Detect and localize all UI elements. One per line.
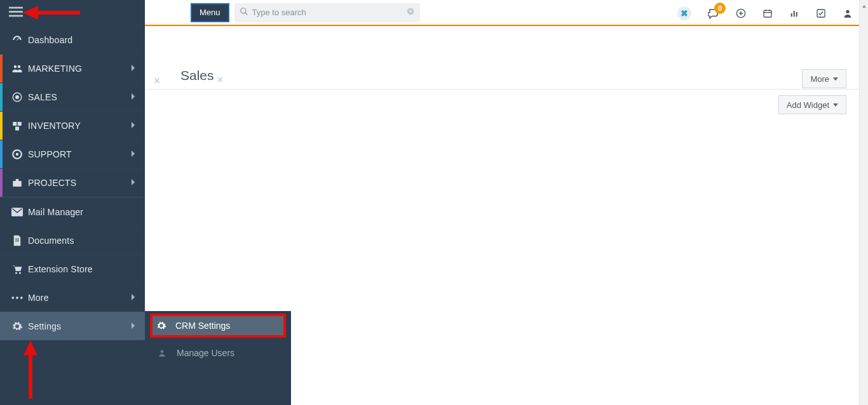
svg-point-21: [20, 296, 23, 299]
menu-button[interactable]: Menu: [191, 3, 229, 22]
svg-point-22: [161, 350, 164, 353]
logo-icon: ✖: [677, 6, 691, 20]
svg-point-17: [15, 272, 17, 274]
page-title: Sales: [180, 68, 214, 83]
svg-rect-27: [764, 10, 771, 17]
search-icon: [240, 7, 248, 18]
svg-rect-2: [9, 15, 23, 17]
submenu-item-crm-settings[interactable]: CRM Settings: [150, 314, 286, 338]
svg-rect-15: [15, 239, 19, 239]
search-input-wrap[interactable]: [234, 3, 420, 22]
quick-create-button[interactable]: [736, 8, 746, 18]
sidebar-label-inventory: INVENTORY: [25, 121, 81, 131]
more-button[interactable]: More: [802, 69, 846, 88]
submenu-item-manage-users[interactable]: Manage Users: [145, 339, 291, 367]
dropdown-icon[interactable]: [406, 7, 415, 18]
svg-rect-33: [796, 12, 797, 17]
stripe: [0, 112, 3, 140]
svg-rect-1: [9, 11, 23, 13]
sidebar-item-support[interactable]: SUPPORT: [0, 140, 145, 168]
boxes-icon: [9, 120, 25, 131]
app-logo[interactable]: ✖: [677, 6, 691, 20]
chevron-right-icon: [131, 149, 136, 159]
svg-point-23: [240, 8, 245, 13]
stripe: [0, 55, 3, 83]
gear-icon: [156, 321, 170, 331]
cart-icon: [9, 263, 25, 275]
dashboard-icon: [9, 34, 25, 46]
sidebar-label-settings: Settings: [25, 321, 61, 331]
users-icon: [9, 63, 25, 74]
svg-rect-0: [9, 6, 23, 8]
svg-rect-8: [18, 122, 22, 126]
sidebar-label-documents: Documents: [25, 236, 74, 246]
sidebar-item-projects[interactable]: PROJECTS: [0, 168, 145, 197]
settings-submenu: CRM Settings Manage Users: [145, 311, 291, 405]
add-widget-label: Add Widget: [787, 100, 829, 110]
tab-close[interactable]: ×: [217, 74, 223, 86]
add-widget-button[interactable]: Add Widget: [778, 95, 846, 114]
svg-rect-12: [13, 181, 22, 187]
chevron-right-icon: [131, 63, 136, 74]
sidebar-label-dashboard: Dashboard: [25, 35, 72, 45]
gear-icon: [9, 321, 25, 332]
svg-rect-16: [15, 241, 19, 241]
sidebar-label-more: More: [25, 293, 49, 303]
sidebar-item-marketing[interactable]: MARKETING: [0, 54, 145, 83]
topbar-actions: ✖ 0: [677, 0, 853, 26]
stripe: [0, 83, 3, 111]
svg-rect-9: [15, 127, 19, 131]
sidebar-item-mail-manager[interactable]: Mail Manager: [0, 197, 145, 226]
chevron-right-icon: [131, 293, 136, 303]
sidebar-label-support: SUPPORT: [25, 149, 72, 159]
sidebar-label-projects: PROJECTS: [25, 178, 76, 188]
sidebar-item-extension-store[interactable]: Extension Store: [0, 255, 145, 283]
briefcase-icon: [9, 177, 25, 189]
submenu-label-users: Manage Users: [172, 348, 234, 358]
sidebar: Dashboard MARKETING SALES INVENTORY SUPP…: [0, 0, 145, 405]
svg-point-4: [18, 65, 21, 69]
svg-point-3: [14, 65, 17, 69]
svg-point-11: [16, 153, 19, 156]
calendar-button[interactable]: [763, 8, 773, 18]
sidebar-label-mail: Mail Manager: [25, 207, 83, 217]
ellipsis-icon: [9, 296, 25, 300]
chevron-right-icon: [131, 321, 136, 331]
sidebar-toggle[interactable]: [0, 0, 145, 25]
sidebar-item-documents[interactable]: Documents: [0, 226, 145, 255]
chevron-right-icon: [131, 178, 136, 188]
chevron-right-icon: [131, 121, 136, 131]
sidebar-item-settings[interactable]: Settings: [0, 312, 145, 340]
sidebar-label-extstore: Extension Store: [25, 264, 93, 274]
tasks-button[interactable]: [816, 8, 826, 18]
envelope-icon: [9, 208, 25, 216]
menu-icon: [9, 6, 23, 20]
svg-point-6: [15, 95, 19, 99]
search-input[interactable]: [248, 8, 406, 17]
chevron-right-icon: [131, 92, 136, 102]
lifering-icon: [9, 149, 25, 160]
notifications-button[interactable]: 0: [708, 8, 719, 19]
user-menu-button[interactable]: [843, 8, 853, 18]
user-icon: [158, 349, 172, 357]
notification-badge: 0: [714, 3, 726, 14]
scrollbar[interactable]: [859, 0, 868, 405]
tab-close-prev[interactable]: ×: [154, 74, 161, 88]
stripe: [0, 169, 3, 197]
sidebar-item-dashboard[interactable]: Dashboard: [0, 25, 145, 54]
svg-rect-32: [794, 11, 795, 17]
sidebar-item-inventory[interactable]: INVENTORY: [0, 111, 145, 140]
menu-button-label: Menu: [200, 8, 220, 17]
sidebar-item-sales[interactable]: SALES: [0, 83, 145, 111]
svg-rect-13: [16, 179, 19, 181]
sidebar-item-more[interactable]: More: [0, 283, 145, 312]
svg-point-35: [846, 10, 849, 13]
sidebar-label-sales: SALES: [25, 92, 57, 102]
caret-down-icon: [833, 77, 838, 81]
document-icon: [9, 235, 25, 246]
add-widget-wrap: Add Widget: [778, 95, 846, 114]
svg-point-19: [11, 296, 14, 299]
caret-down-icon: [833, 103, 838, 107]
svg-line-24: [245, 13, 247, 15]
reports-button[interactable]: [789, 8, 799, 18]
